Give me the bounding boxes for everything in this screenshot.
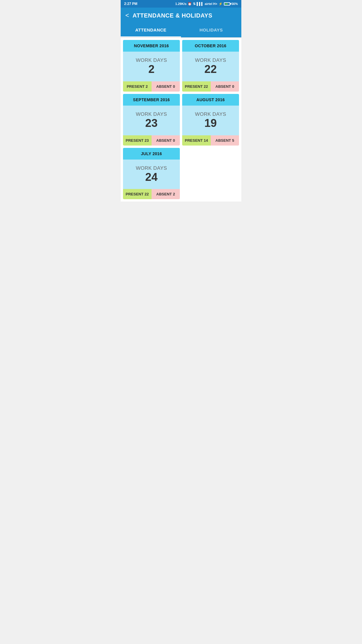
work-days-label-july: WORK DAYS bbox=[125, 165, 178, 171]
absent-badge-november: ABSENT 0 bbox=[152, 81, 180, 92]
card-september[interactable]: SEPTEMBER 2016 WORK DAYS 23 PRESENT 23 A… bbox=[123, 94, 180, 146]
card-footer-july: PRESENT 22 ABSENT 2 bbox=[123, 189, 180, 199]
battery-icon bbox=[224, 2, 230, 6]
page-title: ATTENDANCE & HOLIDAYS bbox=[133, 12, 212, 19]
status-right: 1.29K/s ⏰ ⇅ ▌▌▌ airtel H+ ⚡ 56% bbox=[175, 2, 238, 6]
battery-percent: 56% bbox=[231, 2, 238, 6]
work-days-count-november: 2 bbox=[125, 63, 178, 76]
network-speed: 1.29K/s bbox=[175, 2, 187, 6]
absent-badge-august: ABSENT 5 bbox=[211, 135, 239, 146]
present-badge-october: PRESENT 22 bbox=[182, 81, 211, 92]
back-button[interactable]: < bbox=[125, 12, 129, 19]
absent-badge-october: ABSENT 0 bbox=[211, 81, 239, 92]
card-footer-november: PRESENT 2 ABSENT 0 bbox=[123, 81, 180, 92]
card-july[interactable]: JULY 2016 WORK DAYS 24 PRESENT 22 ABSENT… bbox=[123, 148, 180, 200]
card-august[interactable]: AUGUST 2016 WORK DAYS 19 PRESENT 14 ABSE… bbox=[182, 94, 239, 146]
tab-bar: ATTENDANCE HOLIDAYS bbox=[121, 23, 241, 37]
present-badge-august: PRESENT 14 bbox=[182, 135, 211, 146]
absent-badge-september: ABSENT 0 bbox=[152, 135, 180, 146]
work-days-count-october: 22 bbox=[184, 63, 237, 76]
absent-badge-july: ABSENT 2 bbox=[152, 189, 180, 199]
data-icon: ⇅ bbox=[193, 2, 196, 6]
card-body-august: WORK DAYS 19 bbox=[182, 106, 239, 135]
card-header-august: AUGUST 2016 bbox=[182, 94, 239, 106]
card-footer-september: PRESENT 23 ABSENT 0 bbox=[123, 135, 180, 146]
work-days-count-august: 19 bbox=[184, 117, 237, 130]
card-november[interactable]: NOVEMBER 2016 WORK DAYS 2 PRESENT 2 ABSE… bbox=[123, 40, 180, 92]
carrier-name: airtel H+ bbox=[205, 2, 217, 6]
lightning-icon: ⚡ bbox=[219, 2, 223, 6]
work-days-count-september: 23 bbox=[125, 117, 178, 130]
app-header: < ATTENDANCE & HOLIDAYS bbox=[121, 8, 241, 23]
card-body-october: WORK DAYS 22 bbox=[182, 52, 239, 81]
signal-icon: ▌▌▌ bbox=[197, 2, 203, 6]
present-badge-november: PRESENT 2 bbox=[123, 81, 152, 92]
month-grid: NOVEMBER 2016 WORK DAYS 2 PRESENT 2 ABSE… bbox=[123, 40, 239, 146]
card-body-november: WORK DAYS 2 bbox=[123, 52, 180, 81]
work-days-label-october: WORK DAYS bbox=[184, 57, 237, 63]
work-days-label-november: WORK DAYS bbox=[125, 57, 178, 63]
present-badge-september: PRESENT 23 bbox=[123, 135, 152, 146]
work-days-count-july: 24 bbox=[125, 171, 178, 183]
work-days-label-august: WORK DAYS bbox=[184, 111, 237, 117]
card-body-july: WORK DAYS 24 bbox=[123, 160, 180, 189]
card-footer-october: PRESENT 22 ABSENT 0 bbox=[182, 81, 239, 92]
single-card-row: JULY 2016 WORK DAYS 24 PRESENT 22 ABSENT… bbox=[123, 148, 239, 200]
card-header-october: OCTOBER 2016 bbox=[182, 40, 239, 52]
tab-holidays[interactable]: HOLIDAYS bbox=[181, 23, 241, 37]
card-october[interactable]: OCTOBER 2016 WORK DAYS 22 PRESENT 22 ABS… bbox=[182, 40, 239, 92]
card-body-september: WORK DAYS 23 bbox=[123, 106, 180, 135]
card-header-september: SEPTEMBER 2016 bbox=[123, 94, 180, 106]
status-bar: 2:27 PM 1.29K/s ⏰ ⇅ ▌▌▌ airtel H+ ⚡ 56% bbox=[121, 0, 241, 8]
status-time: 2:27 PM bbox=[124, 2, 137, 6]
card-footer-august: PRESENT 14 ABSENT 5 bbox=[182, 135, 239, 146]
present-badge-july: PRESENT 22 bbox=[123, 189, 152, 199]
main-content: NOVEMBER 2016 WORK DAYS 2 PRESENT 2 ABSE… bbox=[121, 38, 241, 202]
alarm-icon: ⏰ bbox=[188, 2, 192, 6]
work-days-label-september: WORK DAYS bbox=[125, 111, 178, 117]
card-header-july: JULY 2016 bbox=[123, 148, 180, 160]
card-header-november: NOVEMBER 2016 bbox=[123, 40, 180, 52]
tab-attendance[interactable]: ATTENDANCE bbox=[121, 23, 181, 37]
